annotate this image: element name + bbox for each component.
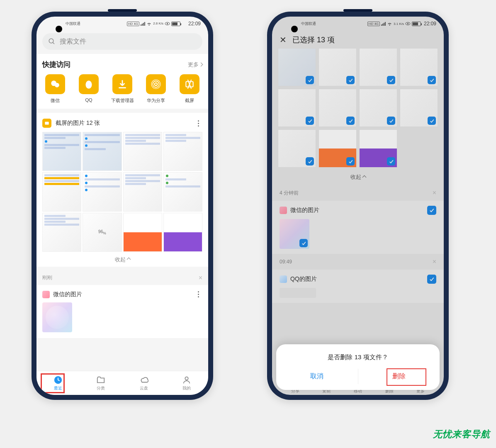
svg-point-5 (55, 83, 59, 88)
folder-icon (96, 375, 105, 385)
dismiss-icon[interactable]: × (199, 274, 202, 282)
qa-item-downloads[interactable]: 下载管理器 (109, 74, 135, 104)
net-badge: HD 4G (367, 22, 380, 26)
share-folder-icon (146, 74, 166, 94)
thumbnail[interactable] (42, 132, 81, 171)
thumbnail-selected[interactable] (278, 89, 316, 127)
svg-point-6 (85, 80, 92, 89)
tab-cloud[interactable]: 云盘 (122, 371, 165, 395)
screenshot-badge-icon (42, 119, 51, 128)
thumbnail-selected[interactable] (319, 89, 357, 127)
qa-item-huawei-share[interactable]: 华为分享 (143, 74, 169, 104)
dismiss-icon[interactable]: × (433, 189, 436, 197)
cloud-icon (139, 375, 148, 385)
tab-mine[interactable]: 我的 (165, 371, 209, 395)
tab-recent[interactable]: 最近 (36, 371, 80, 395)
thumbnail-selected[interactable] (280, 219, 309, 249)
net-speed: 2.8 K/s (153, 22, 163, 25)
thumbnail-selected[interactable] (400, 48, 438, 86)
cancel-button[interactable]: 取消 (276, 369, 358, 384)
thumbnail-selected[interactable] (319, 129, 357, 168)
battery-icon (412, 22, 421, 26)
svg-point-2 (49, 39, 53, 43)
time-label: 09:49 (280, 259, 292, 265)
thumbnail[interactable] (83, 172, 122, 211)
thumbnail[interactable] (83, 132, 122, 171)
svg-point-7 (155, 83, 158, 86)
screenshots-title: 截屏的图片 12 张 (56, 119, 190, 127)
thumbnail-selected[interactable] (359, 129, 397, 168)
screen-left: 中国联通 HD 4G 2.8 K/s 71 22:09 搜索文件 快捷访问 更多 (36, 17, 208, 395)
wechat-title: 微信的图片 (53, 291, 191, 298)
check-icon (346, 117, 355, 125)
thumbnail[interactable] (42, 172, 81, 211)
clock: 22:09 (424, 21, 436, 27)
thumbnail-selected[interactable] (278, 129, 316, 168)
kebab-menu[interactable] (194, 291, 202, 297)
thumbnail-selected[interactable] (359, 48, 397, 86)
collapse-toggle[interactable]: 收起 (272, 168, 444, 185)
time-label: 刚刚 (42, 274, 52, 281)
thumbnail-selected[interactable] (400, 89, 438, 127)
speaker-slot (108, 9, 137, 12)
phone-frame-left: 中国联通 HD 4G 2.8 K/s 71 22:09 搜索文件 快捷访问 更多 (32, 12, 213, 400)
qa-item-qq[interactable]: QQ (76, 74, 102, 104)
camera-hole (291, 26, 298, 32)
carrier: 中国联通 (66, 21, 80, 27)
kebab-menu[interactable] (194, 120, 202, 127)
thumbnail[interactable] (163, 132, 202, 171)
section-check[interactable] (427, 275, 436, 284)
check-icon (299, 239, 308, 247)
search-placeholder: 搜索文件 (60, 37, 86, 46)
thumbnail[interactable] (280, 288, 316, 298)
battery-pct: 71 (173, 22, 177, 26)
screen-right: 中国联通 HD 4G 3.1 K/s 22:09 ✕ 已选择 13 项 (272, 17, 444, 395)
tab-categories[interactable]: 分类 (80, 371, 123, 395)
check-icon (306, 117, 314, 125)
thumbnail[interactable] (163, 213, 202, 252)
check-icon (428, 76, 436, 84)
thumbnail[interactable] (123, 132, 162, 171)
qq-title: QQ的图片 (290, 275, 424, 283)
thumbnail[interactable] (123, 213, 162, 252)
qq-section: QQ的图片 (272, 270, 444, 303)
chevron-up-icon (126, 258, 131, 262)
check-icon (428, 117, 436, 125)
thumbnail-selected[interactable] (278, 48, 316, 86)
close-icon[interactable]: ✕ (280, 35, 287, 45)
thumbnail-selected[interactable] (319, 48, 357, 86)
thumbnail-selected[interactable] (359, 89, 397, 127)
thumbnail[interactable] (163, 172, 202, 211)
search-input[interactable]: 搜索文件 (42, 33, 202, 50)
quick-access-more[interactable]: 更多 (188, 61, 202, 68)
confirm-sheet: 是否删除 13 项文件？ 取消 删除 (276, 344, 440, 390)
eye-icon (405, 22, 411, 26)
clock: 22:09 (188, 21, 201, 27)
wifi-icon (387, 22, 392, 26)
thumbnail[interactable] (42, 213, 81, 252)
section-check[interactable] (427, 206, 436, 215)
svg-point-1 (167, 23, 168, 24)
status-bar: 中国联通 HD 4G 2.8 K/s 71 22:09 (36, 17, 208, 31)
check-icon (387, 157, 395, 166)
wechat-badge-icon (280, 207, 287, 214)
thumbnail[interactable] (123, 172, 162, 211)
check-icon (387, 117, 395, 125)
chevron-right-icon (199, 63, 203, 67)
selection-title: 已选择 13 项 (292, 35, 335, 45)
watermark: 无忧来客导航 (433, 428, 490, 441)
thumbnail[interactable] (42, 302, 72, 332)
qa-item-wechat[interactable]: 微信 (42, 74, 68, 104)
collapse-toggle[interactable]: 收起 (42, 252, 202, 263)
net-badge: HD 4G (127, 22, 139, 26)
svg-line-3 (53, 42, 54, 44)
qa-item-screenshots[interactable]: 截屏 (177, 74, 202, 104)
delete-button[interactable]: 删除 (358, 369, 440, 384)
eye-icon (165, 22, 170, 26)
dismiss-icon[interactable]: × (433, 258, 436, 265)
wechat-group: 微信的图片 (36, 285, 208, 338)
wechat-section: 微信的图片 (272, 201, 444, 254)
selection-grid (272, 48, 444, 168)
thumbnail[interactable]: 96% (83, 213, 122, 252)
signal-icon (141, 22, 145, 26)
